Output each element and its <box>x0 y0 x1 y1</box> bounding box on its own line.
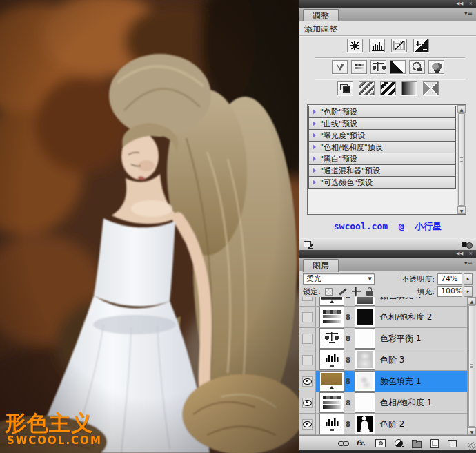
layer-name[interactable]: 颜色填充 1 <box>380 376 421 387</box>
expand-triangle-icon[interactable] <box>313 133 316 138</box>
color-balance-icon[interactable] <box>370 60 386 74</box>
blend-mode-select[interactable]: 柔光 ▼ <box>303 273 375 285</box>
layer-row[interactable]: 8 色相/饱和度 1 <box>299 392 467 414</box>
link-layers-icon[interactable] <box>338 438 348 447</box>
layer-row[interactable]: 8 色彩平衡 1 <box>299 328 467 349</box>
scrollbar-thumb[interactable] <box>468 305 475 427</box>
tab-adjustments[interactable]: 调整 <box>303 9 339 22</box>
curves-icon[interactable] <box>391 39 407 52</box>
new-group-icon[interactable] <box>411 438 422 447</box>
scroll-up-button[interactable]: ▲ <box>468 297 476 305</box>
visibility-toggle[interactable] <box>299 392 316 413</box>
delete-layer-icon[interactable] <box>447 438 457 447</box>
new-layer-icon[interactable] <box>429 438 439 447</box>
layer-mask-thumbnail[interactable] <box>355 349 375 370</box>
expand-triangle-icon[interactable] <box>313 144 316 150</box>
preset-scrollbar[interactable]: ▲ ▼ <box>457 105 466 214</box>
switch-panel-view-icon[interactable] <box>304 240 315 249</box>
expand-triangle-icon[interactable] <box>313 168 316 173</box>
clip-to-layer-icon[interactable] <box>461 240 472 249</box>
layer-name[interactable]: 色彩平衡 1 <box>380 333 421 345</box>
layer-thumbnail[interactable] <box>319 414 344 434</box>
layer-row[interactable]: 8 色相/饱和度 2 <box>299 307 467 328</box>
scroll-down-button[interactable]: ▼ <box>468 427 476 435</box>
layer-thumbnail[interactable] <box>319 307 344 327</box>
selective-color-icon[interactable] <box>423 81 439 95</box>
lock-move-icon[interactable] <box>352 287 361 296</box>
preset-group-row[interactable]: "可选颜色"预设 <box>308 176 456 189</box>
new-adjustment-icon[interactable] <box>393 438 404 447</box>
levels-icon[interactable] <box>369 39 385 52</box>
panel-menu-icon[interactable]: ▾≡ <box>464 260 473 267</box>
visibility-toggle[interactable] <box>299 371 316 392</box>
tab-layers[interactable]: 图层 <box>303 259 339 272</box>
layer-mask-thumbnail[interactable] <box>355 414 375 434</box>
layer-name[interactable]: 颜色填充 3 <box>380 297 421 302</box>
lock-all-icon[interactable] <box>366 287 375 296</box>
exposure-icon[interactable] <box>413 39 429 52</box>
layer-name[interactable]: 色阶 3 <box>380 354 404 366</box>
opacity-input[interactable]: 74% <box>437 273 462 285</box>
invert-icon[interactable] <box>337 81 353 95</box>
expand-triangle-icon[interactable] <box>313 109 316 115</box>
layer-row[interactable]: 8 色阶 3 <box>299 349 467 371</box>
preset-group-row[interactable]: "色相/饱和度"预设 <box>308 141 456 153</box>
brightness-contrast-icon[interactable] <box>347 39 363 52</box>
expand-triangle-icon[interactable] <box>313 156 316 162</box>
scroll-up-button[interactable]: ▲ <box>457 105 466 113</box>
opacity-flyout-button[interactable]: ▸ <box>464 273 473 285</box>
layer-row[interactable]: 8 颜色填充 1 <box>299 371 467 392</box>
visibility-toggle[interactable] <box>299 307 316 327</box>
lock-paint-icon[interactable] <box>338 287 347 296</box>
preset-group-row[interactable]: "曝光度"预设 <box>308 129 456 142</box>
layer-thumbnail[interactable] <box>319 349 344 370</box>
visibility-toggle[interactable] <box>299 414 316 434</box>
layer-mask-thumbnail[interactable] <box>355 307 375 327</box>
resize-grip[interactable] <box>468 442 475 450</box>
close-panel-button[interactable]: × <box>469 0 473 8</box>
visibility-toggle[interactable] <box>299 349 316 370</box>
photo-filter-icon[interactable] <box>409 60 425 74</box>
threshold-icon[interactable] <box>380 81 396 95</box>
expand-triangle-icon[interactable] <box>313 121 316 126</box>
collapse-panels-button[interactable]: ◀◀ <box>456 250 463 258</box>
panel-menu-icon[interactable]: ▾≡ <box>464 10 473 17</box>
gradient-map-icon[interactable] <box>401 81 417 95</box>
photo-canvas[interactable]: 形色主义 SWCOOL.COM <box>0 0 299 453</box>
layer-thumbnail[interactable] <box>319 328 344 349</box>
layer-thumbnail[interactable] <box>319 392 344 413</box>
preset-group-row[interactable]: "黑白"预设 <box>308 153 456 165</box>
layer-thumbnail[interactable] <box>319 371 344 392</box>
layer-mask-thumbnail[interactable] <box>355 392 375 413</box>
layer-row[interactable]: 8 颜色填充 3 <box>299 297 467 307</box>
hue-saturation-icon[interactable] <box>351 60 367 74</box>
scrollbar-thumb[interactable] <box>458 113 465 206</box>
layer-mask-thumbnail[interactable] <box>355 328 375 349</box>
preset-group-row[interactable]: "通道混和器"预设 <box>308 164 456 177</box>
layer-thumbnail[interactable] <box>319 297 344 306</box>
layers-scrollbar[interactable]: ▲ ▼ <box>467 297 476 435</box>
fill-input[interactable]: 100% <box>437 286 462 297</box>
layer-name[interactable]: 色相/饱和度 2 <box>380 311 433 323</box>
black-white-icon[interactable] <box>390 60 406 74</box>
layer-mask-thumbnail[interactable] <box>355 371 375 392</box>
layer-style-icon[interactable]: fx. <box>356 438 368 447</box>
scroll-down-button[interactable]: ▼ <box>457 206 466 214</box>
posterize-icon[interactable] <box>359 81 375 95</box>
channel-mixer-icon[interactable] <box>428 60 444 74</box>
vibrance-icon[interactable] <box>332 60 348 74</box>
collapse-panels-button[interactable]: ◀◀ <box>456 0 463 8</box>
layer-mask-thumbnail[interactable] <box>355 297 375 306</box>
layer-name[interactable]: 色相/饱和度 1 <box>380 397 433 409</box>
fill-flyout-button[interactable]: ▸ <box>464 286 473 297</box>
add-mask-icon[interactable] <box>375 438 386 447</box>
preset-group-row[interactable]: "曲线"预设 <box>308 117 456 130</box>
layer-name[interactable]: 色阶 2 <box>380 418 404 430</box>
visibility-toggle[interactable] <box>299 328 316 349</box>
lock-transparency-icon[interactable] <box>324 287 333 296</box>
preset-group-row[interactable]: "色阶"预设 <box>308 106 456 118</box>
expand-triangle-icon[interactable] <box>313 180 316 185</box>
close-panel-button[interactable]: × <box>469 250 473 258</box>
visibility-toggle[interactable] <box>299 297 316 306</box>
layer-row[interactable]: 8 色阶 2 <box>299 414 467 435</box>
